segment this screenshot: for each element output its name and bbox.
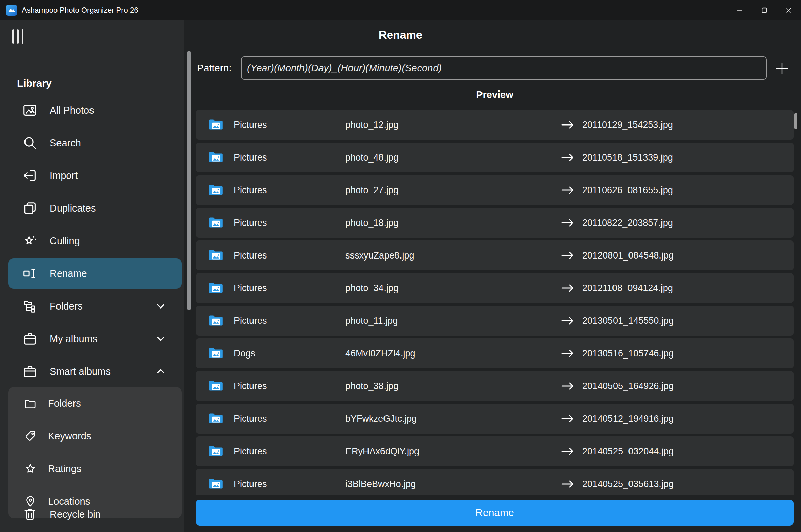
row-folder-name: Pictures <box>234 185 345 196</box>
row-renamed-filename: 20130516_105746.jpg <box>582 348 794 359</box>
sidebar-item-folders[interactable]: Folders <box>0 290 184 322</box>
sidebar-item-label: Duplicates <box>50 203 96 214</box>
sidebar-item-duplicates[interactable]: Duplicates <box>0 192 184 225</box>
photos-icon <box>22 102 38 118</box>
chevron-up-icon[interactable] <box>154 365 167 378</box>
row-folder-name: Pictures <box>234 250 345 261</box>
sidebar-item-search[interactable]: Search <box>0 127 184 159</box>
sidebar-item-label: All Photos <box>50 105 94 116</box>
rename-button[interactable]: Rename <box>196 500 794 526</box>
arrow-right-icon <box>560 479 575 489</box>
smart-albums-item-keywords[interactable]: Keywords <box>8 420 182 452</box>
list-scrollbar-thumb[interactable] <box>794 113 797 129</box>
sub-item-label: Locations <box>48 496 90 507</box>
smart-albums-item-ratings[interactable]: Ratings <box>8 452 182 485</box>
sidebar-item-import[interactable]: Import <box>0 159 184 192</box>
row-renamed-filename: 20140525_035613.jpg <box>582 479 794 489</box>
sidebar-item-label: Import <box>50 170 78 181</box>
row-renamed-filename: 20110822_203857.jpg <box>582 218 794 228</box>
duplicates-icon <box>22 200 38 216</box>
minimize-button[interactable] <box>728 0 752 20</box>
row-renamed-filename: 20140512_194916.jpg <box>582 414 794 424</box>
image-folder-icon <box>207 312 224 329</box>
maximize-button[interactable] <box>752 0 777 20</box>
preview-row[interactable]: Picturesphoto_12.jpg20110129_154253.jpg <box>196 110 794 140</box>
preview-row[interactable]: Dogs46MvI0ZHZl4.jpg20130516_105746.jpg <box>196 338 794 368</box>
row-original-filename: photo_12.jpg <box>345 120 560 130</box>
row-original-filename: bYFwkzeGJtc.jpg <box>345 414 560 424</box>
arrow-right-icon <box>560 152 575 163</box>
image-folder-icon <box>207 443 224 460</box>
preview-row[interactable]: Picturesphoto_48.jpg20110518_151339.jpg <box>196 143 794 172</box>
sidebar-item-smart-albums[interactable]: Smart albums <box>0 355 184 388</box>
arrow-right-icon <box>560 185 575 195</box>
row-original-filename: photo_27.jpg <box>345 185 560 196</box>
preview-row[interactable]: PicturesERyHAx6dQlY.jpg20140525_032044.j… <box>196 436 794 466</box>
sidebar-item-culling[interactable]: Culling <box>0 225 184 257</box>
row-original-filename: photo_11.jpg <box>345 316 560 326</box>
sub-item-label: Folders <box>48 398 81 409</box>
app-window: Ashampoo Photo Organizer Pro 26 Library … <box>0 0 801 532</box>
sidebar-item-my-albums[interactable]: My albums <box>0 322 184 355</box>
row-folder-name: Pictures <box>234 446 345 457</box>
location-icon <box>23 495 37 508</box>
row-original-filename: i3BlBeBwxHo.jpg <box>345 479 560 489</box>
arrow-right-icon <box>560 283 575 293</box>
row-folder-name: Pictures <box>234 316 345 326</box>
window-title: Ashampoo Photo Organizer Pro 26 <box>22 6 138 15</box>
row-renamed-filename: 20110518_151339.jpg <box>582 152 794 163</box>
sidebar-scrollbar-thumb[interactable] <box>187 51 191 310</box>
preview-row[interactable]: Picturesphoto_11.jpg20130501_145550.jpg <box>196 306 794 336</box>
row-renamed-filename: 20121108_094124.jpg <box>582 283 794 294</box>
row-folder-name: Pictures <box>234 381 345 392</box>
import-icon <box>22 168 38 183</box>
arrow-right-icon <box>560 120 575 130</box>
preview-row[interactable]: PicturessssxyuZape8.jpg20120801_084548.j… <box>196 240 794 270</box>
chevron-down-icon[interactable] <box>154 332 167 346</box>
image-folder-icon <box>207 149 224 166</box>
chevron-down-icon[interactable] <box>154 299 167 313</box>
preview-row[interactable]: Picturesphoto_27.jpg20110626_081655.jpg <box>196 175 794 205</box>
preview-row[interactable]: Picturesphoto_18.jpg20110822_203857.jpg <box>196 208 794 238</box>
add-pattern-button[interactable] <box>774 61 789 76</box>
sidebar-item-label: Culling <box>50 235 80 247</box>
window-controls <box>728 0 801 20</box>
preview-row[interactable]: PicturesbYFwkzeGJtc.jpg20140512_194916.j… <box>196 404 794 434</box>
library-heading: Library <box>17 78 52 89</box>
trash-icon <box>22 506 38 522</box>
star-icon <box>23 462 37 476</box>
sidebar-item-all-photos[interactable]: All Photos <box>0 94 184 127</box>
image-folder-icon <box>207 476 224 493</box>
sidebar-item-rename[interactable]: Rename <box>0 257 184 290</box>
sidebar-item-label: Folders <box>50 301 83 312</box>
row-folder-name: Pictures <box>234 218 345 228</box>
row-folder-name: Pictures <box>234 414 345 424</box>
image-folder-icon <box>207 182 224 199</box>
folder-tree-icon <box>22 298 38 314</box>
preview-row[interactable]: Picturesphoto_38.jpg20140505_164926.jpg <box>196 371 794 401</box>
culling-icon <box>22 233 38 249</box>
pattern-input[interactable]: (Year)(Month)(Day)_(Hour)(Minute)(Second… <box>241 56 767 80</box>
row-folder-name: Pictures <box>234 152 345 163</box>
preview-list: Picturesphoto_12.jpg20110129_154253.jpgP… <box>196 110 794 495</box>
smart-albums-item-folders[interactable]: Folders <box>8 387 182 420</box>
image-folder-icon <box>207 247 224 264</box>
row-renamed-filename: 20140525_032044.jpg <box>582 446 794 457</box>
close-button[interactable] <box>777 0 801 20</box>
preview-row[interactable]: Picturesi3BlBeBwxHo.jpg20140525_035613.j… <box>196 469 794 495</box>
row-folder-name: Pictures <box>234 283 345 294</box>
row-renamed-filename: 20140505_164926.jpg <box>582 381 794 392</box>
folder-icon <box>23 397 37 410</box>
app-logo-icon <box>6 5 17 16</box>
row-renamed-filename: 20130501_145550.jpg <box>582 316 794 326</box>
pattern-label: Pattern: <box>197 63 232 74</box>
row-original-filename: photo_18.jpg <box>345 218 560 228</box>
row-original-filename: photo_38.jpg <box>345 381 560 392</box>
image-folder-icon <box>207 280 224 297</box>
tag-icon <box>23 429 37 443</box>
preview-row[interactable]: Picturesphoto_34.jpg20121108_094124.jpg <box>196 273 794 303</box>
row-folder-name: Pictures <box>234 479 345 489</box>
search-icon <box>22 135 38 151</box>
row-folder-name: Dogs <box>234 348 345 359</box>
titlebar: Ashampoo Photo Organizer Pro 26 <box>0 0 801 20</box>
